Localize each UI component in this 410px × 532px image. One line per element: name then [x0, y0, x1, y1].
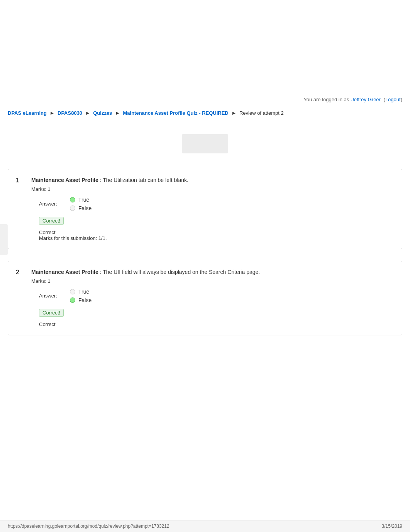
breadcrumb: DPAS eLearning ► DPAS8030 ► Quizzes ► Ma… [0, 106, 410, 119]
quiz-content: 1 Maintenance Asset Profile : The Utiliz… [0, 161, 410, 355]
question-block-1: 1 Maintenance Asset Profile : The Utiliz… [8, 169, 402, 249]
breadcrumb-dpas-elearning[interactable]: DPAS eLearning [8, 110, 47, 116]
question-2-answer-label: Answer: [39, 293, 70, 299]
question-2-radio-true [70, 289, 75, 294]
question-1-option-true-label: True [78, 197, 89, 203]
question-1-feedback: Correct! [39, 217, 64, 225]
breadcrumb-dpas8030[interactable]: DPAS8030 [58, 110, 82, 116]
question-2-feedback: Correct! [39, 309, 64, 317]
question-2-option-true-label: True [78, 289, 89, 295]
question-1-result: Correct Marks for this submission: 1/1. [39, 229, 394, 241]
question-2-answer-section: Answer: True False Correct! Correct [39, 289, 394, 327]
question-2-options: True False [70, 289, 91, 303]
question-2-radio-false [70, 297, 75, 303]
question-1-marks: Marks: 1 [31, 186, 394, 192]
question-1-answer-label: Answer: [39, 201, 70, 207]
question-1-options: True False [70, 197, 91, 211]
breadcrumb-current: Review of attempt 2 [239, 110, 284, 116]
footer: https://dpaselearning.golearnportal.org/… [0, 520, 410, 532]
question-1-option-false-label: False [78, 205, 91, 211]
question-2-number: 2 [16, 269, 27, 276]
question-2-answer-row: Answer: True False [39, 289, 394, 303]
question-1-header: 1 Maintenance Asset Profile : The Utiliz… [16, 177, 394, 184]
footer-url: https://dpaselearning.golearnportal.org/… [8, 524, 169, 529]
question-2-option-false-label: False [78, 297, 91, 303]
question-1-title: Maintenance Asset Profile [31, 177, 98, 183]
question-2-option-false: False [70, 297, 91, 303]
logged-in-text: You are logged in as [303, 97, 349, 102]
question-1-submission: Marks for this submission: 1/1. [39, 235, 107, 241]
question-1-number: 1 [16, 177, 27, 184]
question-1-radio-true [70, 197, 75, 202]
question-block-2: 2 Maintenance Asset Profile : The UII fi… [8, 261, 402, 335]
username-link[interactable]: Jeffrey Greer [351, 97, 381, 102]
question-2-title: Maintenance Asset Profile [31, 269, 98, 275]
question-2-header: 2 Maintenance Asset Profile : The UII fi… [16, 269, 394, 276]
question-2-option-true: True [70, 289, 91, 295]
header-image-area [0, 134, 410, 153]
breadcrumb-separator-1: ► [50, 110, 55, 116]
question-2-result: Correct [39, 321, 394, 327]
question-1-answer-row: Answer: True False [39, 197, 394, 211]
question-2-result-text: Correct [39, 321, 56, 327]
top-bar: You are logged in as Jeffrey Greer (Logo… [0, 93, 410, 106]
question-2-text: : The UII field will always be displayed… [98, 269, 260, 275]
breadcrumb-quizzes[interactable]: Quizzes [93, 110, 112, 116]
breadcrumb-separator-3: ► [115, 110, 120, 116]
breadcrumb-separator-2: ► [85, 110, 90, 116]
breadcrumb-quiz-title[interactable]: Maintenance Asset Profile Quiz - REQUIRE… [123, 110, 228, 116]
breadcrumb-separator-4: ► [231, 110, 236, 116]
left-sidebar-element [0, 224, 8, 255]
footer-date: 3/15/2019 [382, 524, 402, 529]
question-1-radio-false [70, 206, 75, 211]
question-2-marks: Marks: 1 [31, 278, 394, 284]
header-image [182, 134, 228, 153]
logout-link[interactable]: Logout [385, 97, 401, 102]
question-1-result-text: Correct [39, 229, 56, 235]
question-1-answer-section: Answer: True False Correct! Correct Mark… [39, 197, 394, 241]
question-1-text: : The Utilization tab can be left blank. [98, 177, 188, 183]
question-1-option-false: False [70, 205, 91, 211]
question-1-option-true: True [70, 197, 91, 203]
